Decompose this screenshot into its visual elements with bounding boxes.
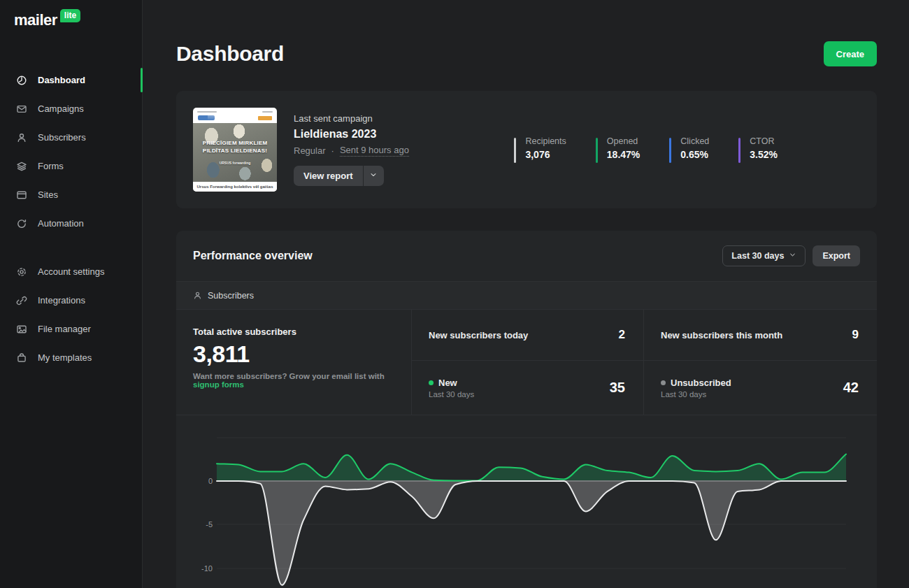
main-content: Dashboard Create PRIECĪGIEM MIRKLIEM PIL… xyxy=(143,0,909,588)
total-label: Total active subscribers xyxy=(193,327,393,337)
campaign-info: Last sent campaign Lieldienas 2023 Regul… xyxy=(294,113,409,186)
view-report-button[interactable]: View report xyxy=(294,166,363,186)
chevron-down-icon xyxy=(369,171,378,181)
sidebar-item-sites[interactable]: Sites xyxy=(0,180,142,209)
legend-sub: Last 30 days xyxy=(661,390,731,399)
thumbnail-logo xyxy=(198,115,215,120)
date-range-dropdown[interactable]: Last 30 days xyxy=(722,245,806,266)
campaign-name: Lieldienas 2023 xyxy=(294,128,409,141)
signup-forms-link[interactable]: signup forms xyxy=(193,380,244,389)
subscribers-icon xyxy=(16,132,27,143)
sidebar-item-label: Sites xyxy=(38,189,58,200)
forms-icon xyxy=(16,161,27,172)
sidebar-item-subscribers[interactable]: Subscribers xyxy=(0,123,142,152)
sidebar-settings-group: Account settings Integrations File manag… xyxy=(0,257,142,372)
last-campaign-card: PRIECĪGIEM MIRKLIEM PILDĪTAS LIELDIENAS!… xyxy=(176,91,877,208)
tab-label: Subscribers xyxy=(208,291,254,301)
stat-bar xyxy=(596,138,598,163)
campaign-sent-time[interactable]: Sent 9 hours ago xyxy=(340,145,409,157)
page-header: Dashboard Create xyxy=(176,39,877,69)
sites-icon xyxy=(16,189,27,201)
thumbnail-cta xyxy=(258,116,272,120)
kpi-value: 42 xyxy=(843,380,859,396)
campaign-meta: Regular · Sent 9 hours ago xyxy=(294,145,409,157)
kpi-value: 2 xyxy=(619,328,625,342)
subscribers-icon xyxy=(193,291,202,300)
grow-list-hint: Want more subscribers? Grow your email l… xyxy=(193,372,393,389)
ytick-m10: -10 xyxy=(201,564,213,573)
new-series-dot xyxy=(429,380,434,385)
tab-subscribers[interactable]: Subscribers xyxy=(193,291,254,301)
sidebar-item-label: Campaigns xyxy=(38,103,84,114)
thumbnail-brand: URSUS forwarding xyxy=(220,161,251,165)
kpi-value: 35 xyxy=(610,380,625,396)
app-window: mailer lite Dashboard Campaigns Subsc xyxy=(0,0,909,588)
stat-value: 3.52% xyxy=(750,149,778,160)
thumbnail-headline: PRIECĪGIEM MIRKLIEM PILDĪTAS LIELDIENAS! xyxy=(196,140,274,155)
performance-chart-svg: 0 -5 -10 xyxy=(176,415,877,588)
sidebar-item-account-settings[interactable]: Account settings xyxy=(0,257,142,286)
sidebar-item-label: Dashboard xyxy=(38,75,85,85)
sidebar-item-label: My templates xyxy=(38,352,92,363)
sidebar-item-label: Subscribers xyxy=(38,132,86,143)
sidebar-item-automation[interactable]: Automation xyxy=(0,209,142,238)
create-button[interactable]: Create xyxy=(824,41,877,66)
new-legend: New Last 30 days xyxy=(429,378,474,399)
sidebar-item-my-templates[interactable]: My templates xyxy=(0,343,142,372)
stat-opened: Opened 18.47% xyxy=(596,136,640,163)
export-button[interactable]: Export xyxy=(813,245,860,266)
performance-tabs: Subscribers xyxy=(176,281,877,310)
campaign-thumbnail[interactable]: PRIECĪGIEM MIRKLIEM PILDĪTAS LIELDIENAS!… xyxy=(193,108,277,192)
sidebar-item-file-manager[interactable]: File manager xyxy=(0,315,142,343)
new-subscribers-month-cell: New subscribers this month 9 xyxy=(643,310,877,360)
sidebar-nav: Dashboard Campaigns Subscribers Forms xyxy=(0,29,142,372)
sidebar-item-dashboard[interactable]: Dashboard xyxy=(0,66,142,94)
stat-value: 18.47% xyxy=(607,149,640,160)
thumbnail-logo-row xyxy=(193,114,277,123)
unsubscribed-last-30-days-cell: Unsubscribed Last 30 days 42 xyxy=(643,360,877,415)
campaign-type: Regular xyxy=(294,145,326,156)
stat-value: 3,076 xyxy=(525,149,566,160)
dashboard-icon xyxy=(16,75,27,86)
stat-label: Recipients xyxy=(525,136,566,146)
legend-name: New xyxy=(438,378,457,388)
stat-clicked: Clicked 0.65% xyxy=(669,136,709,163)
subscribers-chart: 0 -5 -10 xyxy=(176,415,877,588)
unsubscribed-legend: Unsubscribed Last 30 days xyxy=(661,378,731,399)
campaign-stats: Recipients 3,076 Opened 18.47% Clicked xyxy=(514,136,778,163)
mailerlite-logo[interactable]: mailer lite xyxy=(0,0,142,29)
sidebar-item-label: Integrations xyxy=(38,295,85,306)
view-report-dropdown-button[interactable] xyxy=(364,166,384,186)
kpi-label: New subscribers today xyxy=(429,330,528,340)
total-value: 3,811 xyxy=(193,340,393,368)
logo-wordmark: mailer xyxy=(14,11,57,29)
sidebar: mailer lite Dashboard Campaigns Subsc xyxy=(0,0,143,588)
chevron-down-icon xyxy=(789,251,796,261)
campaign-section-label: Last sent campaign xyxy=(294,113,409,124)
gear-icon xyxy=(16,266,27,278)
thumbnail-header xyxy=(193,108,277,114)
bag-icon xyxy=(16,352,27,364)
stat-bar xyxy=(669,138,671,163)
performance-header: Performance overview Last 30 days Export xyxy=(176,231,877,281)
sidebar-item-campaigns[interactable]: Campaigns xyxy=(0,94,142,123)
new-last-30-days-cell: New Last 30 days 35 xyxy=(411,360,643,415)
stat-label: CTOR xyxy=(750,136,778,146)
logo-lite-badge: lite xyxy=(60,9,80,22)
stat-ctor: CTOR 3.52% xyxy=(738,136,778,163)
ytick-m5: -5 xyxy=(206,520,213,529)
unsubscribed-series-dot xyxy=(661,380,666,385)
thumbnail-footer: Ursus Forwarding kolektīvs vēl gaišas xyxy=(193,182,277,192)
sidebar-item-label: Forms xyxy=(38,161,64,171)
stat-recipients: Recipients 3,076 xyxy=(514,136,566,163)
sidebar-item-forms[interactable]: Forms xyxy=(0,152,142,180)
link-icon xyxy=(16,295,27,306)
kpi-label: New subscribers this month xyxy=(661,330,782,340)
sidebar-item-integrations[interactable]: Integrations xyxy=(0,286,142,315)
stat-label: Clicked xyxy=(680,136,709,146)
stat-value: 0.65% xyxy=(680,149,709,160)
total-active-subscribers-cell: Total active subscribers 3,811 Want more… xyxy=(176,310,411,415)
performance-actions: Last 30 days Export xyxy=(722,245,860,266)
performance-overview-card: Performance overview Last 30 days Export xyxy=(176,231,877,588)
thumbnail-photo: PRIECĪGIEM MIRKLIEM PILDĪTAS LIELDIENAS!… xyxy=(193,123,277,182)
